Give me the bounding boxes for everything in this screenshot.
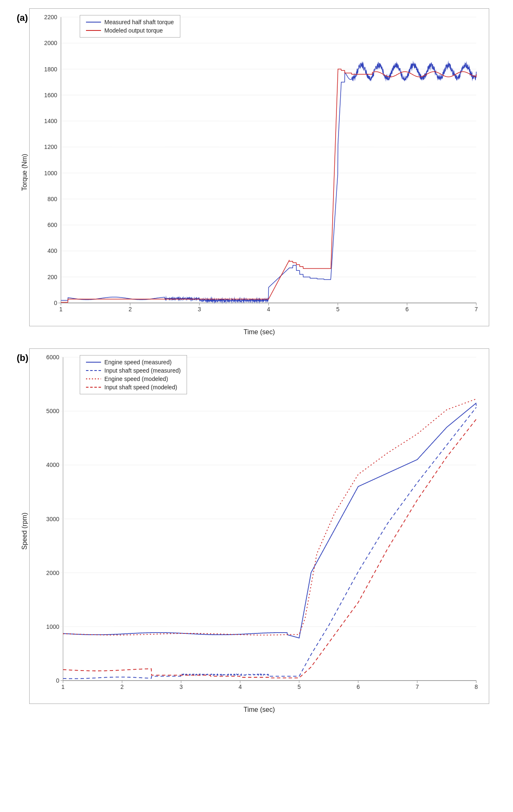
chart-b-wrapper: Speed (rpm) Engine speed (measured) Inpu <box>29 348 496 714</box>
chart-b-x-label: Time (sec) <box>29 706 489 714</box>
page-container: (a) Torque (Nm) Measured half shaft torq… <box>0 0 513 734</box>
chart-a-wrapper: Torque (Nm) Measured half shaft torque M… <box>29 8 496 336</box>
legend-label-modeled-torque: Modeled output torque <box>104 27 163 34</box>
legend-line-red-short-dash <box>86 377 101 381</box>
legend-line-red-dash <box>86 385 101 389</box>
legend-label-engine-modeled: Engine speed (modeled) <box>104 376 168 382</box>
legend-label-input-modeled: Input shaft speed (modeled) <box>104 384 177 391</box>
chart-a-x-label: Time (sec) <box>29 328 489 336</box>
legend-label-input-measured: Input shaft speed (measured) <box>104 367 181 374</box>
chart-a-area: Measured half shaft torque Modeled outpu… <box>29 8 489 326</box>
legend-item-input-modeled: Input shaft speed (modeled) <box>86 384 181 391</box>
legend-line-blue-dash <box>86 368 101 373</box>
legend-line-blue-solid-b <box>86 362 101 363</box>
legend-item-input-measured: Input shaft speed (measured) <box>86 367 181 374</box>
chart-b-label: (b) <box>17 353 28 363</box>
chart-b-area: Engine speed (measured) Input shaft spee… <box>29 348 489 704</box>
legend-item-measured-torque: Measured half shaft torque <box>86 19 174 25</box>
chart-b-legend: Engine speed (measured) Input shaft spee… <box>80 355 187 394</box>
chart-a-section: (a) Torque (Nm) Measured half shaft torq… <box>17 8 496 336</box>
legend-line-blue-solid <box>86 22 101 23</box>
chart-b-section: (b) Speed (rpm) Engine speed (measured) <box>17 348 496 714</box>
legend-item-engine-modeled: Engine speed (modeled) <box>86 376 181 382</box>
chart-a-legend: Measured half shaft torque Modeled outpu… <box>80 15 180 38</box>
legend-item-modeled-torque: Modeled output torque <box>86 27 174 34</box>
chart-b-y-label: Speed (rpm) <box>21 512 28 550</box>
legend-label-engine-measured: Engine speed (measured) <box>104 359 172 366</box>
legend-line-red-solid <box>86 30 101 31</box>
legend-item-engine-measured: Engine speed (measured) <box>86 359 181 366</box>
chart-a-label: (a) <box>17 13 28 23</box>
chart-a-y-label: Torque (Nm) <box>21 154 28 191</box>
legend-label-measured-torque: Measured half shaft torque <box>104 19 174 25</box>
